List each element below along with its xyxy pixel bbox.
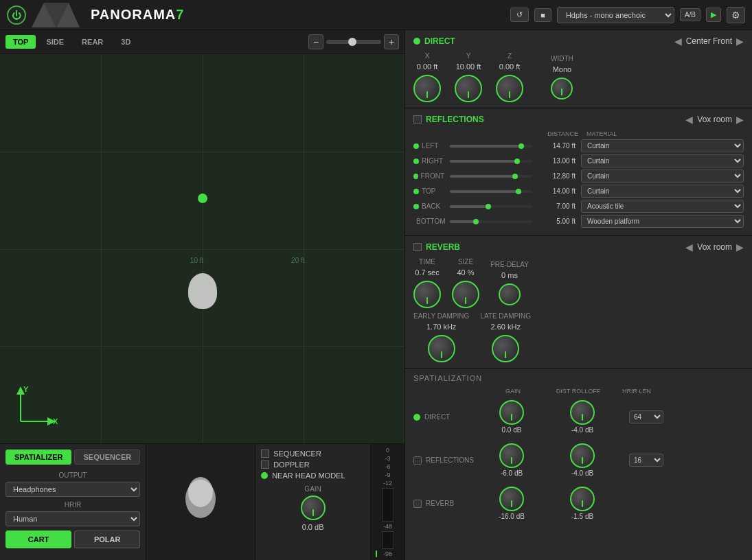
polar-button[interactable]: POLAR [74, 530, 140, 548]
size-label: SIZE [458, 258, 473, 266]
hrir-select-1[interactable]: 16 [629, 454, 663, 467]
sequencer-checkbox[interactable] [261, 450, 269, 458]
spatial-dist-knob-2[interactable] [570, 487, 595, 511]
x-knob[interactable] [413, 75, 441, 102]
near-head-led [261, 472, 268, 479]
svg-text:X: X [53, 417, 58, 425]
reverb-section: REVERB ◀ Vox room ▶ TIME 0.7 sec [405, 236, 752, 369]
reflections-title: REFLECTIONS [413, 115, 484, 124]
reverb-prev[interactable]: ◀ [685, 242, 693, 253]
ref-material-4[interactable]: Acoustic tile [581, 200, 744, 213]
spatial-row-label-2: REVERB [426, 500, 454, 507]
spatial-gain-knob-1[interactable] [499, 443, 524, 468]
spatial-dist-group-1: -4.0 dB [548, 443, 617, 477]
cart-button[interactable]: CART [5, 530, 71, 548]
spatial-gain-value-1: -6.0 dB [501, 469, 523, 477]
ref-slider-2[interactable] [450, 175, 532, 178]
grid-label-10ft: 10 ft [190, 257, 203, 264]
gain-value: 0.0 dB [302, 523, 324, 531]
visualizer[interactable]: 10 ft 20 ft [0, 54, 405, 443]
reflections-prev[interactable]: ◀ [685, 114, 693, 125]
app-container: ⏻ PANORAMA7 ↺ ■ Hdphs - mono anechoic A/… [0, 0, 752, 560]
ab-button[interactable]: A/B [680, 8, 700, 21]
spatial-row-label-0: DIRECT [424, 413, 450, 421]
preset-selector[interactable]: Hdphs - mono anechoic [557, 7, 674, 23]
spatial-dist-group-2: -1.5 dB [548, 487, 617, 520]
tab-3d[interactable]: 3D [113, 35, 138, 49]
zoom-out-button[interactable]: − [308, 34, 323, 49]
spatial-dist-knob-1[interactable] [570, 443, 595, 468]
ref-slider-thumb-3 [516, 189, 521, 194]
spatial-gain-knob-2[interactable] [499, 487, 524, 511]
reverb-knobs: TIME 0.7 sec SIZE 40 % PRE-DELAY 0 ms [413, 258, 744, 308]
z-knob[interactable] [496, 75, 523, 102]
ref-slider-5[interactable] [450, 220, 532, 223]
late-damping-value: 2.60 kHz [490, 323, 520, 331]
pre-delay-knob[interactable] [499, 283, 521, 305]
tab-side[interactable]: SIDE [38, 35, 71, 49]
direct-position: Center Front [686, 36, 732, 46]
spatial-cb-2[interactable] [413, 500, 422, 508]
ref-material-0[interactable]: Curtain [581, 139, 744, 152]
zoom-slider[interactable] [326, 40, 381, 44]
stop-button[interactable]: ■ [534, 8, 551, 22]
size-value: 40 % [457, 268, 474, 277]
reverb-knobs-row2: EARLY DAMPING 1.70 kHz LATE DAMPING 2.60… [413, 312, 744, 362]
spatial-gain-value-0: 0.0 dB [502, 426, 522, 434]
ref-slider-1[interactable] [450, 160, 532, 163]
ref-material-2[interactable]: Curtain [581, 170, 744, 183]
zoom-in-button[interactable]: + [384, 34, 399, 49]
time-knob[interactable] [413, 281, 441, 308]
spatializer-tab[interactable]: SPATIALIZER [5, 450, 71, 465]
power-button[interactable]: ⏻ [7, 5, 26, 25]
reset-button[interactable]: ↺ [510, 8, 529, 22]
ref-slider-thumb-0 [519, 143, 524, 149]
logo [32, 3, 80, 27]
ref-slider-4[interactable] [450, 205, 532, 208]
spatial-gain-knob-0[interactable] [499, 400, 524, 425]
col-material-header: MATERIAL [581, 130, 744, 137]
sequencer-tab[interactable]: SEQUENCER [74, 450, 140, 465]
direct-next[interactable]: ▶ [736, 36, 744, 47]
reverb-room: Vox room [697, 242, 732, 252]
settings-button[interactable]: ⚙ [727, 7, 745, 23]
reverb-next[interactable]: ▶ [736, 242, 744, 253]
ref-label-3: TOP [413, 187, 444, 195]
spatial-cb-1[interactable] [413, 456, 422, 465]
output-selector[interactable]: Headphones [5, 482, 140, 497]
hrir-selector[interactable]: Human [5, 511, 140, 526]
early-damping-knob[interactable] [428, 335, 455, 362]
hrir-select-0[interactable]: 64 [629, 410, 663, 423]
doppler-checkbox[interactable] [261, 460, 269, 469]
ref-slider-thumb-4 [486, 204, 491, 209]
ref-label-0: LEFT [413, 142, 444, 150]
play-button[interactable]: ▶ [706, 8, 721, 22]
reverb-checkbox[interactable] [413, 243, 422, 251]
tab-rear[interactable]: REAR [74, 35, 111, 49]
x-value: 0.00 ft [417, 62, 438, 71]
listener-shape [188, 273, 217, 309]
ref-material-1[interactable]: Curtain [581, 154, 744, 167]
ref-slider-3[interactable] [450, 190, 532, 193]
spatial-dist-knob-0[interactable] [570, 400, 595, 425]
ref-slider-0[interactable] [450, 145, 532, 148]
reflections-rows: LEFT 14.70 ft Curtain RIGHT 13.00 ft Cur… [413, 139, 744, 228]
view-tabs: TOP SIDE REAR 3D − + [0, 30, 405, 54]
late-damping-knob[interactable] [492, 335, 519, 362]
size-knob[interactable] [452, 281, 479, 308]
tab-top[interactable]: TOP [5, 35, 36, 49]
reflections-checkbox[interactable] [413, 115, 422, 124]
width-knob[interactable] [551, 78, 573, 100]
ref-led-4 [413, 204, 419, 209]
ref-material-5[interactable]: Wooden platform [581, 215, 744, 228]
gain-knob[interactable] [301, 495, 326, 520]
y-label: Y [466, 52, 471, 60]
reflections-room: Vox room [697, 115, 732, 124]
y-knob[interactable] [455, 75, 482, 102]
direct-prev[interactable]: ◀ [674, 36, 682, 47]
ref-label-2: FRONT [413, 172, 444, 180]
reflections-next[interactable]: ▶ [736, 114, 744, 125]
source-dot[interactable] [198, 194, 207, 203]
ref-material-3[interactable]: Curtain [581, 185, 744, 198]
spatial-led-label-0: DIRECT [413, 413, 475, 421]
